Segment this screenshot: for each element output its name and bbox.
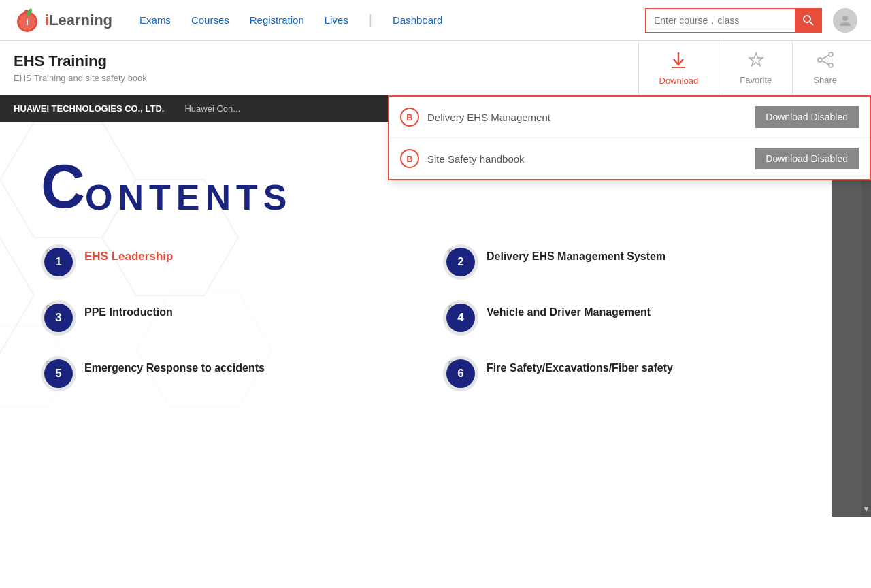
svg-text:i: i (26, 17, 29, 27)
download-item-2: B Site Safety handbook Download Disabled (389, 138, 870, 179)
logo-area[interactable]: i iLearning (14, 7, 112, 34)
download-icon (668, 50, 689, 73)
doc-icon-1: B (400, 108, 419, 127)
item-title-6: Fire Safety/Excavations/Fiber safety (487, 361, 804, 376)
svg-line-12 (822, 61, 829, 65)
item-text-5: Emergency Response to accidents (84, 356, 402, 376)
svg-point-10 (818, 58, 822, 62)
course-title-area: EHS Training EHS Training and site safet… (14, 41, 638, 95)
logo-text: iLearning (45, 12, 112, 29)
nav-lives[interactable]: Lives (325, 14, 348, 26)
favorite-label: Favorite (740, 75, 772, 85)
course-subtitle: EHS Training and site safety book (14, 73, 625, 83)
download-label: Download (659, 76, 699, 86)
search-icon (802, 14, 815, 27)
item-title-3: PPE Introduction (84, 306, 402, 320)
item-badge-6: 0 6 (443, 356, 478, 391)
search-button[interactable] (795, 8, 822, 33)
item-title-4: Vehicle and Driver Management (487, 306, 804, 320)
list-item: 0 2 Delivery EHS Management System (443, 244, 804, 280)
favorite-action-btn[interactable]: Favorite (719, 41, 793, 95)
item-text-4: Vehicle and Driver Management (487, 300, 804, 320)
nav-registration[interactable]: Registration (250, 14, 304, 26)
page-area: CONTENTS 0 1 EHS Leadership (0, 122, 832, 517)
item-badge-5: 0 5 (41, 356, 76, 391)
list-item: 0 5 Emergency Response to accidents (41, 356, 402, 391)
svg-line-11 (822, 56, 829, 59)
company-name: HUAWEI TECHNOLOGIES CO., LTD. (14, 103, 164, 114)
item-badge-4: 0 4 (443, 300, 478, 336)
share-icon (816, 50, 835, 72)
user-avatar[interactable] (833, 8, 857, 33)
nav-dashboard[interactable]: Dashboard (393, 14, 442, 26)
list-item: 0 4 Vehicle and Driver Management (443, 300, 804, 336)
course-header: EHS Training EHS Training and site safet… (0, 41, 871, 95)
main-content: CONTENTS 0 1 EHS Leadership (0, 122, 871, 517)
item-badge-2: 0 2 (443, 244, 478, 280)
search-input[interactable] (645, 8, 795, 33)
heading-big-c: C (41, 156, 85, 217)
share-action-btn[interactable]: Share (793, 41, 857, 95)
search-area (645, 8, 857, 33)
logo-icon: i (14, 7, 41, 34)
nav-separator: | (369, 12, 372, 28)
download-action-btn[interactable]: Download (639, 41, 720, 95)
course-title: EHS Training (14, 52, 625, 70)
item-text-1: EHS Leadership (84, 244, 402, 263)
item-badge-1: 0 1 (41, 244, 76, 280)
item-title-2: Delivery EHS Management System (487, 250, 804, 264)
download-arrow-icon (668, 50, 689, 70)
svg-marker-15 (0, 238, 34, 353)
download-item-1-title: Delivery EHS Management (427, 112, 755, 123)
svg-point-7 (842, 16, 848, 21)
download-disabled-btn-1[interactable]: Download Disabled (755, 106, 859, 128)
item-text-2: Delivery EHS Management System (487, 244, 804, 264)
item-title-1: EHS Leadership (84, 250, 402, 263)
scroll-down-icon[interactable]: ▼ (862, 504, 870, 514)
svg-point-5 (804, 16, 810, 22)
scrollbar[interactable]: ▼ (861, 122, 871, 517)
contents-page: CONTENTS 0 1 EHS Leadership (41, 156, 804, 391)
list-item: 0 3 PPE Introduction (41, 300, 402, 336)
share-label: Share (813, 75, 837, 85)
svg-point-9 (829, 63, 833, 67)
star-icon (746, 50, 766, 69)
download-dropdown: B Delivery EHS Management Download Disab… (388, 95, 871, 180)
download-item-2-title: Site Safety handbook (427, 153, 755, 165)
nav-exams[interactable]: Exams (139, 14, 171, 26)
right-sidebar: B B (832, 122, 861, 517)
heading-rest: ONTENTS (85, 178, 292, 217)
nav-courses[interactable]: Courses (191, 14, 229, 26)
header: i iLearning Exams Courses Registration L… (0, 0, 871, 41)
download-item-1: B Delivery EHS Management Download Disab… (389, 97, 870, 138)
favorite-icon (746, 50, 766, 72)
course-actions: Download Favorite Share (638, 41, 858, 95)
share-arrow-icon (816, 50, 835, 69)
doc-icon-2: B (400, 149, 419, 168)
company-sub: Huawei Con... (184, 103, 240, 114)
item-text-3: PPE Introduction (84, 300, 402, 320)
main-nav: Exams Courses Registration Lives | Dashb… (139, 12, 645, 28)
download-disabled-btn-2[interactable]: Download Disabled (755, 148, 859, 169)
list-item: 0 6 Fire Safety/Excavations/Fiber safety (443, 356, 804, 391)
item-badge-3: 0 3 (41, 300, 76, 336)
svg-point-8 (829, 52, 833, 56)
item-title-5: Emergency Response to accidents (84, 361, 402, 376)
contents-grid: 0 1 EHS Leadership 0 2 Delivery E (41, 244, 804, 391)
svg-line-6 (810, 22, 813, 25)
list-item: 0 1 EHS Leadership (41, 244, 402, 280)
item-text-6: Fire Safety/Excavations/Fiber safety (487, 356, 804, 376)
avatar-icon (838, 14, 852, 27)
